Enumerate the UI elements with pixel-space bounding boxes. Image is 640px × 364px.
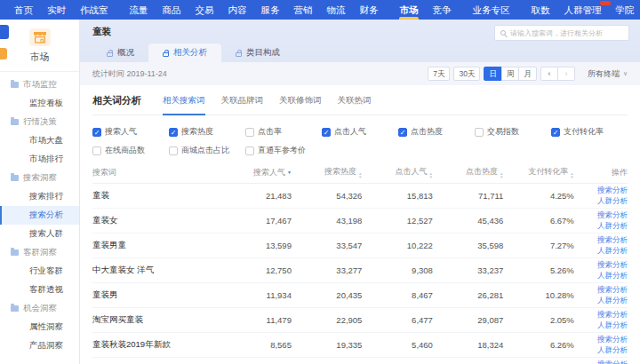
sidebar-item-market-overview[interactable]: 市场大盘 <box>0 131 79 150</box>
sidebar-item-attribute-insight[interactable]: 属性洞察 <box>0 318 79 336</box>
sidebar-item-search-rank[interactable]: 搜索排行 <box>0 187 79 206</box>
tab-category-composition[interactable]: 类目构成 <box>221 44 294 62</box>
range-button-日[interactable]: 日 <box>484 67 502 81</box>
crowd-analysis-link[interactable]: 人群分析 <box>574 245 628 256</box>
crowd-analysis-link[interactable]: 人群分析 <box>574 295 628 305</box>
nav-item-academy[interactable]: 学院 <box>609 0 640 20</box>
column-header-pay-conversion[interactable]: 支付转化率▲▼ <box>503 163 573 183</box>
nav-item-trade[interactable]: 交易 <box>188 0 221 20</box>
tab-related-analysis[interactable]: 相关分析 <box>148 44 221 62</box>
metric-mall-click-ratio[interactable]: 商城点击占比 <box>169 145 245 156</box>
checkbox-pay-conversion[interactable]: ✓ <box>551 128 560 137</box>
nav-item-marketing[interactable]: 营销 <box>287 0 320 20</box>
nav-item-crowd-mgmt[interactable]: 人群管理 <box>557 0 609 20</box>
checkbox-online-products[interactable] <box>92 146 101 155</box>
sidebar-item-crowd-insight[interactable]: 客群洞察 <box>0 243 79 262</box>
nav-item-home[interactable]: 首页 <box>7 0 40 20</box>
subtab-brand-words[interactable]: 关联品牌词 <box>221 95 264 115</box>
tab-overview[interactable]: 概况 <box>92 44 148 62</box>
sidebar-item-search-insight[interactable]: 搜索洞察 <box>0 169 79 187</box>
nav-item-traffic[interactable]: 流量 <box>123 0 156 20</box>
column-header-click-popularity[interactable]: 点击人气▲▼ <box>362 163 432 183</box>
search-input[interactable]: 请输入搜索词，进行相关分析 <box>494 25 629 41</box>
crowd-analysis-link[interactable]: 人群分析 <box>574 344 628 355</box>
range-button-月[interactable]: 月 <box>518 67 537 81</box>
sidebar-item-monitor-board[interactable]: 监控看板 <box>0 94 79 113</box>
sort-icon[interactable]: ▲▼ <box>428 172 432 179</box>
column-header-search-heat[interactable]: 搜索热度▲▼ <box>292 163 362 183</box>
sidebar-item-industry-crowd[interactable]: 行业客群 <box>0 262 79 281</box>
nav-item-war-room[interactable]: 作战室 <box>73 0 116 20</box>
value-cell: 8,565 <box>220 332 291 357</box>
value-cell: 35,598 <box>433 233 503 257</box>
subtab-related-search-words[interactable]: 相关搜索词 <box>163 95 205 115</box>
checkbox-click-heat[interactable]: ✓ <box>398 128 407 137</box>
sidebar-item-crowd-perspective[interactable]: 客群透视 <box>0 281 79 299</box>
sidebar-item-market-decision[interactable]: 行情决策 <box>0 113 79 131</box>
sidebar-item-search-analysis[interactable]: 搜索分析 <box>0 206 79 225</box>
checkbox-search-heat[interactable]: ✓ <box>169 128 178 137</box>
sidebar-item-opportunity-insight[interactable]: 机会洞察 <box>0 299 79 318</box>
prev-page-icon[interactable]: ‹ <box>540 67 558 81</box>
checkbox-click-rate[interactable] <box>245 128 254 137</box>
nav-item-data-fetch[interactable]: 取数 <box>524 0 557 20</box>
sidebar-item-product-insight[interactable]: 产品洞察 <box>0 336 79 355</box>
nav-item-product[interactable]: 商品 <box>156 0 188 20</box>
metric-ztc-ref-price[interactable]: 直通车参考价 <box>245 145 322 156</box>
search-analysis-link[interactable]: 搜索分析 <box>574 234 628 245</box>
column-header-actions: 操作 <box>574 163 628 183</box>
checkbox-click-popularity[interactable]: ✓ <box>322 128 331 137</box>
nav-item-compete[interactable]: 竞争 <box>426 0 459 20</box>
subtab-hot-words[interactable]: 关联热词 <box>338 95 372 115</box>
metric-click-heat[interactable]: ✓点击热度 <box>398 126 475 138</box>
crowd-analysis-link[interactable]: 人群分析 <box>574 220 628 231</box>
metric-search-heat[interactable]: ✓搜索热度 <box>169 126 245 138</box>
value-cell: 5,460 <box>362 332 432 357</box>
checkbox-ztc-ref-price[interactable] <box>245 146 254 155</box>
nav-item-market[interactable]: 市场 <box>393 0 426 20</box>
nav-item-logistics[interactable]: 物流 <box>320 0 353 20</box>
actions-cell: 搜索分析人群分析 <box>574 233 628 257</box>
search-analysis-link[interactable]: 搜索分析 <box>574 359 628 364</box>
metric-click-popularity[interactable]: ✓点击人气 <box>322 126 398 138</box>
range-button-30d[interactable]: 30天 <box>453 67 480 81</box>
range-button-7d[interactable]: 7天 <box>428 67 450 81</box>
sidebar-item-market-monitor[interactable]: 市场监控 <box>0 75 79 94</box>
checkbox-mall-click-ratio[interactable] <box>169 146 178 155</box>
subtab-modifier-words[interactable]: 关联修饰词 <box>279 95 322 115</box>
nav-item-realtime[interactable]: 实时 <box>40 0 73 20</box>
search-analysis-link[interactable]: 搜索分析 <box>574 210 628 220</box>
next-page-icon[interactable]: › <box>557 67 575 81</box>
nav-item-service[interactable]: 服务 <box>254 0 287 20</box>
metric-click-rate[interactable]: 点击率 <box>245 126 322 138</box>
checkbox-search-popularity[interactable]: ✓ <box>92 128 101 137</box>
metric-online-products[interactable]: 在线商品数 <box>92 145 169 156</box>
sort-desc-icon[interactable]: ▼ <box>287 170 292 175</box>
metric-trade-index[interactable]: 交易指数 <box>475 126 551 138</box>
terminal-filter-dropdown[interactable]: 所有终端∨ <box>588 68 628 80</box>
actions-cell: 搜索分析人群分析 <box>574 208 628 233</box>
sort-icon[interactable]: ▲▼ <box>358 172 362 179</box>
metric-search-popularity[interactable]: ✓搜索人气 <box>92 126 169 138</box>
search-analysis-link[interactable]: 搜索分析 <box>574 334 628 344</box>
sidebar-item-market-rank[interactable]: 市场排行 <box>0 150 79 169</box>
nav-item-finance[interactable]: 财务 <box>353 0 386 20</box>
sidebar-item-search-crowd[interactable]: 搜索人群 <box>0 225 79 243</box>
metric-pay-conversion[interactable]: ✓支付转化率 <box>551 126 628 138</box>
sort-icon[interactable]: ▲▼ <box>570 172 573 179</box>
checkbox-trade-index[interactable] <box>475 128 484 137</box>
toolbar: 统计时间 2019-11-24 7天30天日周月‹›所有终端∨ <box>80 62 640 85</box>
sort-icon[interactable]: ▲▼ <box>500 172 503 179</box>
crowd-analysis-link[interactable]: 人群分析 <box>574 270 628 281</box>
column-header-click-heat[interactable]: 点击热度▲▼ <box>433 163 503 183</box>
search-analysis-link[interactable]: 搜索分析 <box>574 259 628 270</box>
search-analysis-link[interactable]: 搜索分析 <box>574 284 628 295</box>
crowd-analysis-link[interactable]: 人群分析 <box>574 195 628 206</box>
search-analysis-link[interactable]: 搜索分析 <box>574 309 628 320</box>
nav-item-content[interactable]: 内容 <box>221 0 254 20</box>
search-analysis-link[interactable]: 搜索分析 <box>574 185 628 195</box>
crowd-analysis-link[interactable]: 人群分析 <box>574 320 628 330</box>
range-button-周[interactable]: 周 <box>501 67 520 81</box>
column-header-search-popularity[interactable]: 搜索人气▼ <box>220 163 291 183</box>
nav-item-business-zone[interactable]: 业务专区 <box>466 0 517 20</box>
